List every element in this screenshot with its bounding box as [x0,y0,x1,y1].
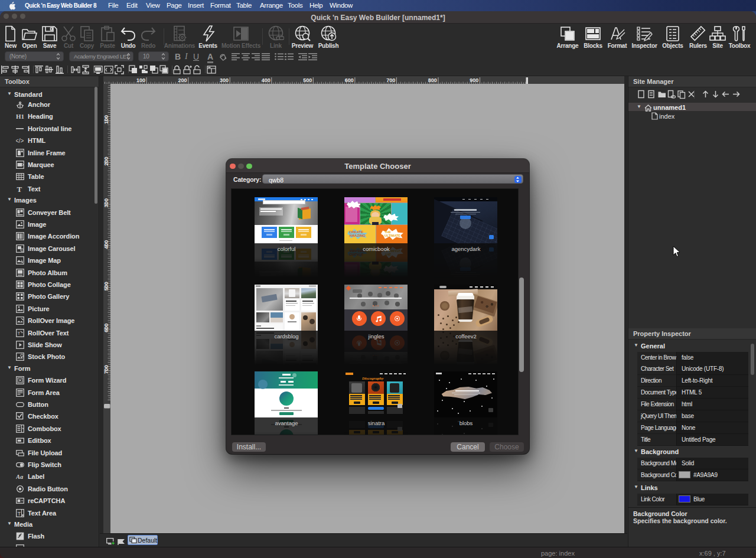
svg-text:300: 300 [220,77,229,83]
svg-text:700: 700 [386,77,395,83]
svg-text:T: T [18,510,21,516]
svg-text:T: T [18,331,21,336]
svg-text:</>: </> [16,138,24,144]
svg-text:800: 800 [428,77,437,83]
svg-text:H1: H1 [16,113,24,120]
svg-text:500: 500 [303,77,312,83]
svg-text:200: 200 [178,77,187,83]
svg-text:900: 900 [470,77,478,83]
svg-text:400: 400 [262,77,271,83]
svg-text:100: 100 [136,77,145,83]
svg-text:T: T [17,185,22,193]
svg-text:600: 600 [345,77,354,83]
svg-text:Aa: Aa [16,474,23,480]
